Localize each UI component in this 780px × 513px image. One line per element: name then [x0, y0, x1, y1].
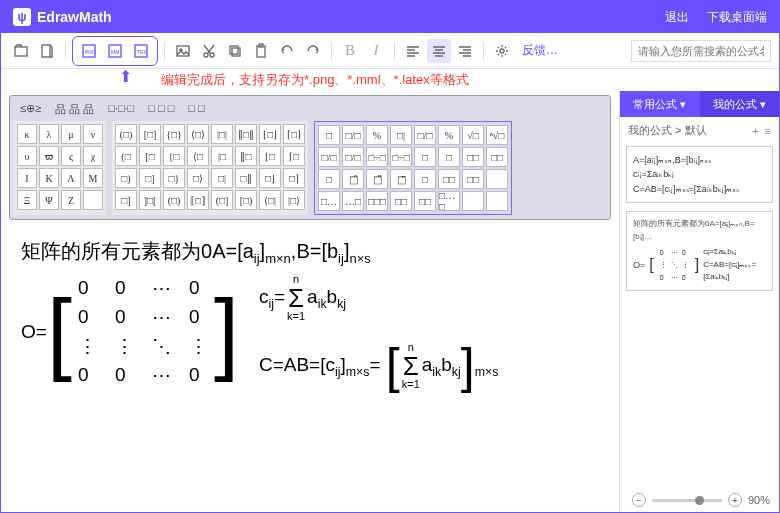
- palette-cell[interactable]: □□: [486, 147, 508, 167]
- palette-cell[interactable]: □/□: [414, 125, 436, 145]
- exit-link[interactable]: 退出: [665, 9, 689, 26]
- palette-cell[interactable]: □}: [163, 168, 185, 188]
- palette-cell[interactable]: □/□: [318, 147, 340, 167]
- palette-tab[interactable]: □ □ □: [148, 102, 174, 117]
- palette-cell[interactable]: Κ: [39, 168, 59, 188]
- palette-cell[interactable]: Ι: [17, 168, 37, 188]
- download-link[interactable]: 下载桌面端: [707, 9, 767, 26]
- palette-cell[interactable]: □÷□: [390, 147, 412, 167]
- palette-cell[interactable]: □‖: [235, 168, 257, 188]
- settings-icon[interactable]: [490, 39, 514, 63]
- palette-cell[interactable]: □̄: [390, 169, 412, 189]
- align-center-icon[interactable]: [427, 39, 451, 63]
- palette-cell[interactable]: □…: [318, 191, 340, 211]
- palette-cell[interactable]: χ: [83, 146, 103, 166]
- palette-cell[interactable]: □: [318, 125, 340, 145]
- paste-icon[interactable]: [249, 39, 273, 63]
- palette-cell[interactable]: □): [115, 168, 137, 188]
- palette-cell[interactable]: |□|: [211, 124, 233, 144]
- palette-cell[interactable]: ]□[: [139, 190, 161, 210]
- zoom-out-button[interactable]: −: [632, 493, 646, 507]
- palette-cell[interactable]: (□): [163, 190, 185, 210]
- palette-cell[interactable]: □□: [462, 147, 484, 167]
- palette-cell[interactable]: □|: [390, 125, 412, 145]
- palette-cell[interactable]: μ: [61, 124, 81, 144]
- tab-common[interactable]: 常用公式 ▾: [620, 91, 700, 117]
- palette-cell[interactable]: Ξ: [17, 190, 37, 210]
- palette-cell[interactable]: √□: [462, 125, 484, 145]
- palette-cell[interactable]: [□]: [139, 124, 161, 144]
- palette-cell[interactable]: □|: [211, 168, 233, 188]
- palette-cell[interactable]: %: [438, 125, 460, 145]
- palette-cell[interactable]: □⟩: [187, 168, 209, 188]
- formula-card[interactable]: A=[aᵢⱼ]ₘₓₙ,B=[bᵢⱼ]ₙₓₛ cᵢⱼ=Σaᵢₖbₖⱼ C=AB=[…: [626, 146, 773, 203]
- palette-cell[interactable]: ⌈□⌉: [283, 124, 305, 144]
- palette-cell[interactable]: υ: [17, 146, 37, 166]
- palette-tab[interactable]: 品 品 品: [55, 102, 94, 117]
- palette-cell[interactable]: [□: [139, 146, 161, 166]
- palette-cell[interactable]: □: [318, 169, 340, 189]
- zoom-in-button[interactable]: +: [728, 493, 742, 507]
- palette-cell[interactable]: |□⟩: [283, 190, 305, 210]
- palette-cell[interactable]: Λ: [61, 168, 81, 188]
- palette-cell[interactable]: ⟨□: [187, 146, 209, 166]
- palette-cell[interactable]: ‖□: [235, 146, 257, 166]
- menu-icon[interactable]: ≡: [765, 125, 771, 137]
- align-left-icon[interactable]: [401, 39, 425, 63]
- palette-cell[interactable]: ⁿ√□: [486, 125, 508, 145]
- bold-icon[interactable]: B: [338, 39, 362, 63]
- palette-cell[interactable]: ϖ: [39, 146, 59, 166]
- palette-cell[interactable]: ‖□‖: [235, 124, 257, 144]
- palette-cell[interactable]: □̃: [366, 169, 388, 189]
- palette-cell[interactable]: □□□: [366, 191, 388, 211]
- add-icon[interactable]: +: [752, 125, 758, 137]
- palette-cell[interactable]: ⌊□: [259, 146, 281, 166]
- palette-cell[interactable]: [486, 169, 508, 189]
- formula-editor[interactable]: 矩阵的所有元素都为0A=[aij]m×n,B=[bij]n×s O= [ 00⋯…: [1, 224, 619, 513]
- zoom-slider[interactable]: [652, 499, 722, 502]
- palette-cell[interactable]: ν: [83, 124, 103, 144]
- palette-cell[interactable]: [486, 191, 508, 211]
- palette-cell[interactable]: □÷□: [366, 147, 388, 167]
- palette-tab[interactable]: □ □: [188, 102, 204, 117]
- formula-card[interactable]: 矩阵的所有元素都为0A=[aᵢⱼ]ₘₓₙ,B=[bᵢⱼ]… O= [0⋯0⋮⋱⋮…: [626, 211, 773, 291]
- palette-cell[interactable]: □: [438, 147, 460, 167]
- palette-cell[interactable]: [83, 190, 103, 210]
- palette-cell[interactable]: (□]: [211, 190, 233, 210]
- palette-cell[interactable]: □̂: [342, 169, 364, 189]
- open-icon[interactable]: [9, 39, 33, 63]
- palette-cell[interactable]: □□: [390, 191, 412, 211]
- palette-cell[interactable]: [□): [235, 190, 257, 210]
- palette-cell[interactable]: ⌊□⌋: [259, 124, 281, 144]
- palette-cell[interactable]: Ψ: [39, 190, 59, 210]
- palette-cell[interactable]: ⌈□: [283, 146, 305, 166]
- palette-cell[interactable]: □□: [462, 169, 484, 189]
- feedback-link[interactable]: 反馈…: [522, 42, 558, 59]
- palette-cell[interactable]: ⟦□⟧: [187, 190, 209, 210]
- palette-cell[interactable]: □□: [438, 169, 460, 189]
- palette-cell[interactable]: □/□: [342, 147, 364, 167]
- search-input[interactable]: [631, 40, 771, 62]
- palette-cell[interactable]: □: [414, 147, 436, 167]
- palette-cell[interactable]: □⌉: [283, 168, 305, 188]
- palette-cell[interactable]: (□): [115, 124, 137, 144]
- export-png-icon[interactable]: PNG: [77, 39, 101, 63]
- undo-icon[interactable]: [275, 39, 299, 63]
- palette-cell[interactable]: □]: [115, 190, 137, 210]
- palette-cell[interactable]: ⟨□⟩: [187, 124, 209, 144]
- palette-cell[interactable]: Μ: [83, 168, 103, 188]
- palette-cell[interactable]: …□: [342, 191, 364, 211]
- palette-cell[interactable]: {□: [163, 146, 185, 166]
- insert-image-icon[interactable]: [171, 39, 195, 63]
- palette-cell[interactable]: %: [366, 125, 388, 145]
- palette-tab[interactable]: □·□·□: [108, 102, 134, 117]
- palette-tab[interactable]: ≤⊕≥: [20, 102, 41, 117]
- palette-cell[interactable]: κ: [17, 124, 37, 144]
- palette-cell[interactable]: □/□: [342, 125, 364, 145]
- italic-icon[interactable]: I: [364, 39, 388, 63]
- export-mml-icon[interactable]: MM: [103, 39, 127, 63]
- palette-cell[interactable]: (□: [115, 146, 137, 166]
- palette-cell[interactable]: |□: [211, 146, 233, 166]
- copy-icon[interactable]: [223, 39, 247, 63]
- new-icon[interactable]: [35, 39, 59, 63]
